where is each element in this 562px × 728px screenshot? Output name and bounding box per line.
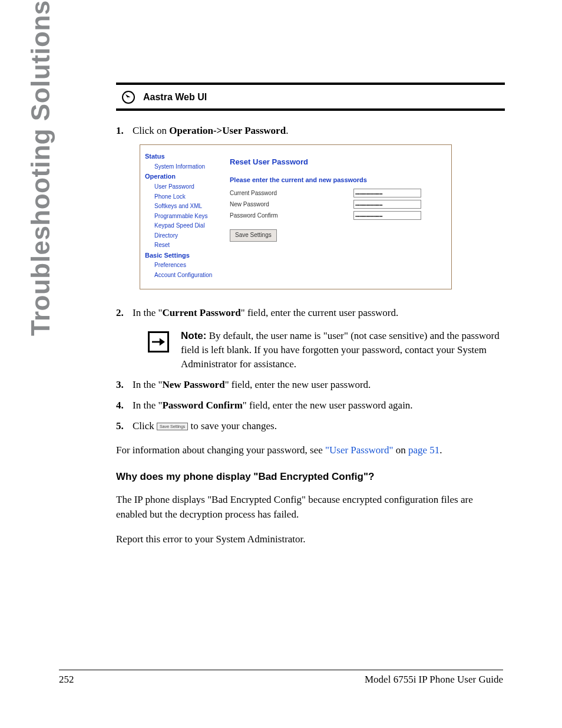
- step-number: 2.: [116, 306, 133, 321]
- step-bold: New Password: [162, 379, 224, 390]
- step-bold: Password Confirm: [162, 400, 242, 411]
- document-title: Model 6755i IP Phone User Guide: [365, 674, 503, 686]
- step-number: 3.: [116, 378, 133, 393]
- label-new-password: New Password: [230, 200, 353, 209]
- heading-bad-encrypted-config: Why does my phone display "Bad Encrypted…: [116, 471, 505, 483]
- rule-top: [116, 83, 505, 85]
- input-password-confirm[interactable]: ••••••••••••••••••••: [353, 211, 421, 220]
- nav-directory[interactable]: Directory: [145, 232, 216, 241]
- para-text: .: [439, 444, 442, 456]
- step-suffix: " field, enter the current user password…: [241, 307, 399, 318]
- nav-status[interactable]: Status: [145, 152, 216, 162]
- save-settings-button[interactable]: Save Settings: [230, 229, 277, 242]
- nav-keypad-speed-dial[interactable]: Keypad Speed Dial: [145, 222, 216, 230]
- note-text: By default, the user name is "user" (not…: [181, 330, 500, 370]
- step-text: In the ": [133, 400, 162, 411]
- nav-basic-settings[interactable]: Basic Settings: [145, 251, 216, 261]
- step-4: 4. In the "Password Confirm" field, ente…: [116, 398, 505, 413]
- nav-operation[interactable]: Operation: [145, 172, 216, 182]
- note-block: Note: By default, the user name is "user…: [148, 329, 505, 371]
- link-user-password[interactable]: "User Password": [325, 444, 393, 456]
- note-label: Note:: [181, 330, 206, 341]
- nav-reset[interactable]: Reset: [145, 241, 216, 250]
- screenshot-nav: Status System Information Operation User…: [145, 150, 216, 280]
- globe-icon: [122, 91, 135, 104]
- input-new-password[interactable]: ••••••••••••••••••••: [353, 200, 421, 209]
- nav-system-info[interactable]: System Information: [145, 163, 216, 172]
- step-suffix: to save your changes.: [188, 420, 277, 431]
- arrow-right-icon: [148, 331, 169, 353]
- step-suffix: " field, enter the new user password.: [225, 379, 371, 390]
- embedded-screenshot: Status System Information Operation User…: [140, 144, 452, 290]
- step-bold: Current Password: [162, 307, 240, 318]
- page-footer: 252 Model 6755i IP Phone User Guide: [59, 670, 503, 686]
- step-text: In the ": [133, 379, 162, 390]
- step-text: Click on: [133, 125, 169, 136]
- step-5: 5. Click Save Settings to save your chan…: [116, 419, 505, 434]
- section-header: Aastra Web UI: [116, 88, 505, 105]
- step-text: In the ": [133, 307, 162, 318]
- panel-title: Reset User Password: [230, 157, 447, 168]
- nav-programmable-keys[interactable]: Programmable Keys: [145, 212, 216, 221]
- para-text: on: [393, 444, 408, 456]
- nav-user-password[interactable]: User Password: [145, 183, 216, 192]
- input-current-password[interactable]: ••••••••••••••••••••: [353, 189, 421, 197]
- page-number: 252: [59, 674, 74, 686]
- label-current-password: Current Password: [230, 189, 353, 198]
- sidebar-section-title: Troubleshooting Solutions: [26, 0, 55, 336]
- screenshot-panel: Reset User Password Please enter the cur…: [230, 150, 447, 280]
- step-3: 3. In the "New Password" field, enter th…: [116, 378, 505, 393]
- section-label: Aastra Web UI: [143, 92, 207, 103]
- step-2: 2. In the "Current Password" field, ente…: [116, 306, 505, 321]
- step-text: Click: [133, 420, 157, 431]
- step-number: 4.: [116, 398, 133, 413]
- nav-phone-lock[interactable]: Phone Lock: [145, 193, 216, 202]
- nav-softkeys-xml[interactable]: Softkeys and XML: [145, 202, 216, 211]
- rule-bottom: [116, 108, 505, 111]
- step-number: 5.: [116, 419, 133, 434]
- link-page-51[interactable]: page 51: [408, 444, 439, 456]
- paragraph-report: Report this error to your System Adminis…: [116, 532, 505, 547]
- step-bold: Operation->User Password: [169, 125, 286, 136]
- paragraph-info: For information about changing your pass…: [116, 443, 505, 458]
- step-suffix: .: [286, 125, 288, 136]
- svg-marker-1: [160, 338, 165, 346]
- nav-account-config[interactable]: Account Configuration: [145, 271, 216, 280]
- step-number: 1.: [116, 124, 133, 300]
- inline-save-settings-button[interactable]: Save Settings: [157, 423, 188, 430]
- step-suffix: " field, enter the new user password aga…: [243, 400, 413, 411]
- para-text: For information about changing your pass…: [116, 444, 325, 456]
- panel-subtitle: Please enter the current and new passwor…: [230, 176, 447, 185]
- nav-preferences[interactable]: Preferences: [145, 261, 216, 270]
- label-password-confirm: Password Confirm: [230, 212, 353, 220]
- step-1: 1. Click on Operation->User Password. St…: [116, 124, 505, 300]
- paragraph-bad-config: The IP phone displays "Bad Encrypted Con…: [116, 492, 505, 522]
